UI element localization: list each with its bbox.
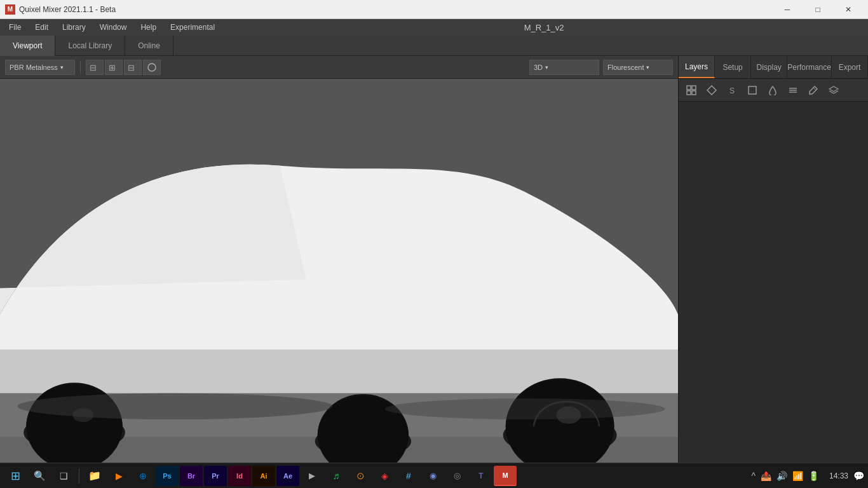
tab-display[interactable]: Display xyxy=(751,56,787,78)
right-panel: Layers Setup Display Performance Export xyxy=(679,56,868,463)
surface-icon[interactable]: S xyxy=(723,82,741,98)
right-content xyxy=(679,102,868,463)
explorer-button[interactable]: 📁 xyxy=(83,466,106,486)
viewport-toolbar: PBR Metalness ⊟ ⊞ ⊟ xyxy=(0,56,678,79)
svg-text:⊟: ⊟ xyxy=(90,63,97,72)
light-dropdown[interactable]: Flourescent xyxy=(603,60,673,75)
title-bar: M Quixel Mixer 2021.1.1 - Beta ─ □ ✕ xyxy=(0,0,868,19)
svg-marker-26 xyxy=(707,86,716,95)
tray-network[interactable]: 📶 xyxy=(792,471,803,481)
taskbar: ⊞ 🔍 ❑ 📁 ▶ ⊕ Ps Br Pr Id Ai Ae ▶ ♬ ⊙ ◈ # … xyxy=(0,463,868,488)
menu-library[interactable]: Library xyxy=(56,19,92,36)
paint-icon[interactable] xyxy=(804,82,822,98)
tabs-row: Viewport Local Library Online xyxy=(0,36,868,56)
illustrator-button[interactable]: Ai xyxy=(252,466,275,486)
taskview-button[interactable]: ❑ xyxy=(52,466,75,486)
grid-icon[interactable] xyxy=(682,82,700,98)
svg-text:S: S xyxy=(729,86,735,95)
icon-layout-a[interactable]: ⊟ xyxy=(86,60,104,75)
title-bar-left: M Quixel Mixer 2021.1.1 - Beta xyxy=(5,4,116,15)
svg-rect-24 xyxy=(687,91,691,95)
close-button[interactable]: ✕ xyxy=(834,0,863,19)
tab-layers[interactable]: Layers xyxy=(679,56,715,78)
discord-button[interactable]: ◉ xyxy=(421,466,444,486)
teams-button[interactable]: T xyxy=(470,466,492,486)
minimize-button[interactable]: ─ xyxy=(773,0,802,19)
view-mode-group: ⊟ ⊞ ⊟ xyxy=(86,60,161,75)
tab-viewport[interactable]: Viewport xyxy=(0,36,55,56)
menu-bar: File Edit Library Window Help Experiment… xyxy=(0,19,868,36)
svg-rect-28 xyxy=(749,86,756,94)
tab-local-library[interactable]: Local Library xyxy=(55,36,125,56)
menu-window[interactable]: Window xyxy=(93,19,133,36)
icon-layout-b[interactable]: ⊞ xyxy=(105,60,123,75)
photoshop-button[interactable]: Ps xyxy=(156,466,179,486)
content-area: ◂ PBR Metalness ⊟ ⊞ ⊟ xyxy=(0,56,868,463)
svg-rect-22 xyxy=(687,86,691,90)
clock: 14:33 xyxy=(824,471,848,480)
tab-setup[interactable]: Setup xyxy=(715,56,751,78)
bridge-button[interactable]: Br xyxy=(180,466,203,486)
icon-sphere[interactable] xyxy=(143,60,161,75)
indesign-button[interactable]: Id xyxy=(228,466,251,486)
svg-marker-33 xyxy=(829,86,838,92)
material-dropdown[interactable]: PBR Metalness xyxy=(5,60,75,75)
tray-volume[interactable]: 🔊 xyxy=(776,471,787,481)
mixer-button[interactable]: M xyxy=(494,466,517,486)
menu-file[interactable]: File xyxy=(3,19,27,36)
svg-text:⊟: ⊟ xyxy=(128,63,135,72)
right-tabs: Layers Setup Display Performance Export xyxy=(679,56,868,79)
tray-chevron[interactable]: ^ xyxy=(751,471,756,481)
viewport-panel: ◂ PBR Metalness ⊟ ⊞ ⊟ xyxy=(0,56,679,463)
box-icon[interactable] xyxy=(743,82,761,98)
menu-help[interactable]: Help xyxy=(134,19,163,36)
svg-line-32 xyxy=(813,88,816,90)
app-icon: M xyxy=(5,4,15,15)
tab-online[interactable]: Online xyxy=(125,36,173,56)
view-3d-dropdown[interactable]: 3D xyxy=(529,60,599,75)
layers-stack-icon[interactable] xyxy=(825,82,843,98)
icon-layout-c[interactable]: ⊟ xyxy=(124,60,142,75)
svg-text:⊞: ⊞ xyxy=(109,63,116,72)
tab-performance[interactable]: Performance xyxy=(787,56,832,78)
material-icon[interactable] xyxy=(703,82,721,98)
search-button[interactable]: 🔍 xyxy=(28,466,51,486)
taskbar-sep-1 xyxy=(79,468,79,484)
notification-button[interactable]: 💬 xyxy=(853,471,864,481)
scene-svg xyxy=(0,79,678,463)
tray-battery[interactable]: 🔋 xyxy=(808,471,819,481)
svg-point-21 xyxy=(385,398,665,419)
blender-button[interactable]: ⊙ xyxy=(349,466,372,486)
right-toolbar: S xyxy=(679,79,868,102)
spotify-button[interactable]: ♬ xyxy=(325,466,348,486)
vlc-button[interactable]: ▶ xyxy=(107,466,130,486)
calc-button[interactable]: # xyxy=(397,466,420,486)
edge-button[interactable]: ⊕ xyxy=(132,466,154,486)
main-layout: Viewport Local Library Online ◂ PBR Meta… xyxy=(0,36,868,463)
svg-rect-25 xyxy=(692,91,696,95)
title-text: Quixel Mixer 2021.1.1 - Beta xyxy=(19,5,116,14)
document-title: M_R_1_v2 xyxy=(222,23,865,32)
svg-point-20 xyxy=(18,393,333,419)
menu-edit[interactable]: Edit xyxy=(29,19,55,36)
meet-button[interactable]: ▶ xyxy=(301,466,323,486)
start-button[interactable]: ⊞ xyxy=(4,466,27,486)
system-tray: ^ 📤 🔊 📶 🔋 14:33 💬 xyxy=(751,471,864,481)
separator-1 xyxy=(80,61,81,74)
maximize-button[interactable]: □ xyxy=(803,0,832,19)
svg-point-3 xyxy=(148,64,156,71)
acrobat-button[interactable]: ◈ xyxy=(373,466,396,486)
tab-export[interactable]: Export xyxy=(832,56,868,78)
viewport-canvas xyxy=(0,79,678,463)
menu-experimental[interactable]: Experimental xyxy=(164,19,221,36)
aftereffects-button[interactable]: Ae xyxy=(276,466,299,486)
lines-icon[interactable] xyxy=(784,82,802,98)
window-controls: ─ □ ✕ xyxy=(773,0,863,19)
svg-rect-23 xyxy=(692,86,696,90)
obs-button[interactable]: ◎ xyxy=(445,466,468,486)
tray-upload[interactable]: 📤 xyxy=(761,471,771,481)
droplet-icon[interactable] xyxy=(764,82,782,98)
premiere-button[interactable]: Pr xyxy=(204,466,227,486)
